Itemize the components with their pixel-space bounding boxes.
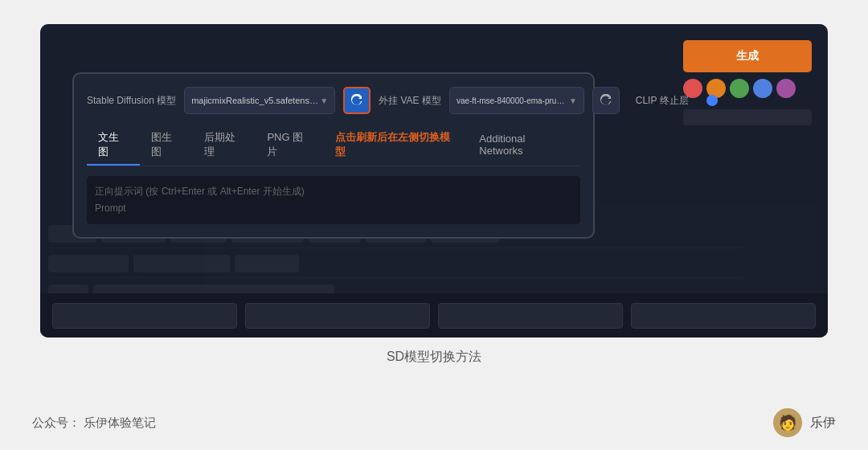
username: 乐伊 [810,415,836,432]
tab-pnginfo[interactable]: PNG 图片 [256,125,323,166]
model-refresh-button[interactable] [343,87,371,114]
tabs-row: 文生图 图生图 后期处理 PNG 图片 点击刷新后在左侧切换模型 Additio… [87,125,580,166]
vae-dropdown[interactable]: vae-ft-mse-840000-ema-pruned.safetensors… [449,87,584,114]
footer-right: 🧑 乐伊 [773,408,836,437]
tab-additional-networks[interactable]: Additional Networks [468,128,580,163]
color-green [730,79,749,98]
screenshot-area: 生成 Stable Diffusion 模型 majicmixRealistic… [40,24,828,338]
footer: 公众号： 乐伊体验笔记 🧑 乐伊 [0,395,868,450]
vae-dropdown-arrow: ▼ [569,96,577,105]
tab-img2img[interactable]: 图生图 [140,125,193,166]
main-container: 生成 Stable Diffusion 模型 majicmixRealistic… [0,0,868,450]
color-purple [776,79,796,98]
avatar-emoji: 🧑 [779,414,796,432]
model-row: Stable Diffusion 模型 majicmixRealistic_v5… [87,87,580,114]
tab-txt2img[interactable]: 文生图 [87,125,140,166]
slider-bar [683,109,812,125]
color-row [683,79,812,98]
generate-button[interactable]: 生成 [683,40,812,72]
refresh-icon [350,94,363,107]
bg-btn-3 [438,303,623,329]
tab-extras[interactable]: 后期处理 [193,125,256,166]
model-dropdown[interactable]: majicmixRealistic_v5.safetensors [33c9f6… [184,87,335,114]
vae-section: 外挂 VAE 模型 vae-ft-mse-840000-ema-pruned.s… [379,87,620,114]
prompt-area[interactable]: 正向提示词 (按 Ctrl+Enter 或 Alt+Enter 开始生成) Pr… [87,176,580,224]
vae-value: vae-ft-mse-840000-ema-pruned.safetensors [457,96,569,105]
clip-label: CLIP 终止层 [636,94,689,108]
footer-left-text: 公众号： 乐伊体验笔记 [32,415,156,431]
tab-annotation[interactable]: 点击刷新后在左侧切换模型 [324,125,469,166]
caption-text: SD模型切换方法 [387,350,481,363]
focus-card: Stable Diffusion 模型 majicmixRealistic_v5… [72,72,595,239]
bg-btn-4 [631,303,816,329]
color-blue [753,79,772,98]
prompt-placeholder-line2: Prompt [95,201,572,216]
vae-refresh-icon [600,94,612,107]
bg-btn-2 [245,303,430,329]
avatar: 🧑 [773,408,802,437]
model-dropdown-arrow: ▼ [320,96,328,105]
model-value: majicmixRealistic_v5.safetensors [33c9f6… [191,96,320,105]
vae-label: 外挂 VAE 模型 [379,94,441,108]
stable-diffusion-label: Stable Diffusion 模型 [87,94,176,108]
prompt-placeholder-line1: 正向提示词 (按 Ctrl+Enter 或 Alt+Enter 开始生成) [95,184,572,199]
bottom-bar [40,293,828,338]
bg-btn-1 [52,303,237,329]
caption: SD模型切换方法 [0,338,868,374]
right-panel: 生成 [683,40,812,125]
vae-refresh-button[interactable] [592,87,620,114]
